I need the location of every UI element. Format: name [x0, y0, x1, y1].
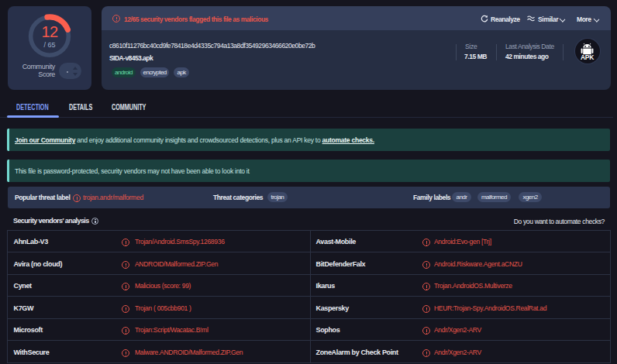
svg-text:APK: APK — [581, 53, 594, 61]
